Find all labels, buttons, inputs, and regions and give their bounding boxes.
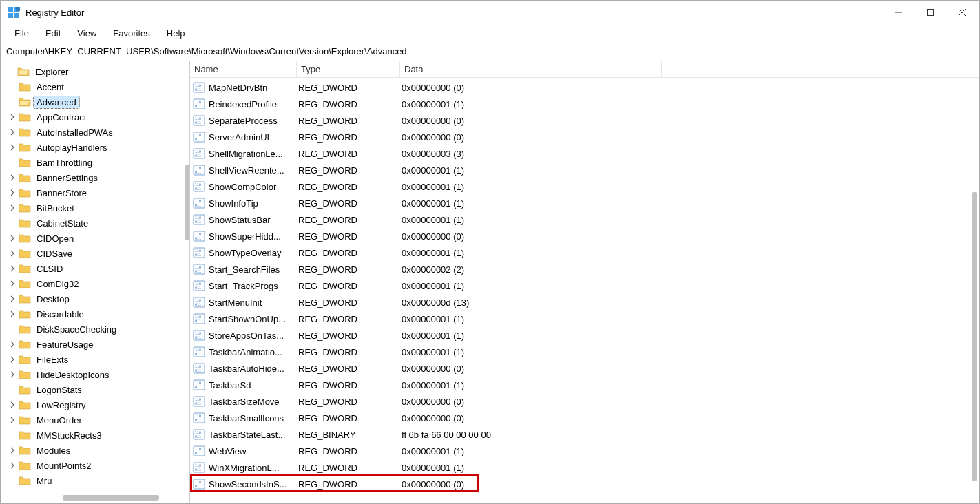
tree-item[interactable]: Modules [2,443,190,458]
list-row[interactable]: 110011TaskbarAnimatio...REG_DWORD0x00000… [190,344,979,360]
folder-icon [19,111,31,123]
list-row[interactable]: 110011ShowSuperHidd...REG_DWORD0x0000000… [190,228,979,244]
chevron-icon[interactable] [8,143,17,152]
header-type[interactable]: Type [297,61,400,77]
tree-item[interactable]: BannerSettings [2,170,190,185]
folder-open-icon [19,96,31,108]
maximize-button[interactable] [915,1,946,23]
list-row[interactable]: 110011StoreAppsOnTas...REG_DWORD0x000000… [190,327,979,344]
list-row[interactable]: 110011ShowStatusBarREG_DWORD0x00000001 (… [190,211,979,228]
tree-item[interactable]: LogonStats [2,382,190,397]
folder-icon [19,81,31,93]
list-row[interactable]: 110011MapNetDrvBtnREG_DWORD0x00000000 (0… [190,79,979,96]
address-bar[interactable]: Computer\HKEY_CURRENT_USER\Software\Micr… [1,43,979,61]
tree-panel[interactable]: › Explorer AccentAdvancedAppContractAuto… [1,61,190,503]
tree-item[interactable]: LowRegistry [2,397,190,412]
chevron-icon[interactable] [8,173,17,182]
chevron-icon[interactable] [8,188,17,198]
list-row[interactable]: 110011Start_TrackProgsREG_DWORD0x0000000… [190,277,979,294]
cell-type: REG_DWORD [297,99,400,109]
list-row[interactable]: 110011ShellMigrationLe...REG_DWORD0x0000… [190,145,979,162]
list-row[interactable]: 110011ShowTypeOverlayREG_DWORD0x00000001… [190,244,979,261]
list-row[interactable]: 110011TaskbarAutoHide...REG_DWORD0x00000… [190,360,979,377]
tree-item[interactable]: MenuOrder [2,412,190,428]
tree-label: AppContract [34,112,89,123]
chevron-icon[interactable] [8,461,17,470]
list-row[interactable]: 110011WebViewREG_DWORD0x00000001 (1) [190,443,979,459]
tree-label: Modules [34,445,73,456]
tree-scrollbar-horizontal[interactable] [63,495,159,501]
tree-item[interactable]: BannerStore [2,185,190,200]
tree-item[interactable]: Advanced [2,94,190,109]
tree-item[interactable]: CLSID [2,261,190,276]
close-button[interactable] [946,1,978,23]
tree-scrollbar-vertical[interactable] [185,165,189,240]
list-row[interactable]: 110011ReindexedProfileREG_DWORD0x0000000… [190,96,979,112]
tree-item[interactable]: Mru [2,473,190,488]
chevron-icon[interactable] [8,203,17,213]
list-row[interactable]: 110011ShowInfoTipREG_DWORD0x00000001 (1) [190,195,979,211]
chevron-icon[interactable] [8,355,17,364]
value-icon: 110011 [193,98,205,110]
tree-item[interactable]: FileExts [2,352,190,367]
list-row[interactable]: 110011ShellViewReente...REG_DWORD0x00000… [190,162,979,178]
chevron-icon[interactable] [8,445,17,455]
list-row[interactable]: 110011Start_SearchFilesREG_DWORD0x000000… [190,261,979,277]
cell-name: 110011ShowCompColor [190,180,297,193]
menu-view[interactable]: View [70,26,103,41]
list-row[interactable]: 110011WinXMigrationL...REG_DWORD0x000000… [190,459,979,476]
tree-item[interactable]: BitBucket [2,200,190,216]
list-row[interactable]: 110011StartShownOnUp...REG_DWORD0x000000… [190,311,979,327]
list-scrollbar-vertical[interactable] [972,192,977,481]
list-row[interactable]: 110011TaskbarStateLast...REG_BINARYff 6b… [190,426,979,443]
tree-item[interactable]: BamThrottling [2,155,190,170]
chevron-icon[interactable] [8,415,17,425]
tree-item[interactable]: CabinetState [2,216,190,231]
list-row[interactable]: 110011ServerAdminUIREG_DWORD0x00000000 (… [190,129,979,145]
list-row[interactable]: 110011ShowCompColorREG_DWORD0x00000001 (… [190,178,979,195]
chevron-icon[interactable] [8,370,17,379]
header-data[interactable]: Data [400,61,662,77]
chevron-icon[interactable] [8,309,17,319]
tree-item[interactable]: AutoInstalledPWAs [2,125,190,140]
tree-item[interactable]: CIDOpen [2,231,190,246]
tree-item[interactable]: AutoplayHandlers [2,140,190,155]
tree-item[interactable]: FeatureUsage [2,337,190,352]
tree-item[interactable]: Desktop [2,291,190,306]
tree-item[interactable]: Discardable [2,306,190,322]
minimize-button[interactable] [883,1,915,23]
menu-file[interactable]: File [8,26,36,41]
tree-item[interactable]: CIDSave [2,246,190,261]
list-panel[interactable]: Name Type Data 110011MapNetDrvBtnREG_DWO… [190,61,979,503]
chevron-icon[interactable] [8,112,17,122]
menu-edit[interactable]: Edit [39,26,67,41]
chevron-icon[interactable] [8,249,17,258]
tree-item[interactable]: ComDlg32 [2,276,190,291]
list-row[interactable]: 110011StartMenuInitREG_DWORD0x0000000d (… [190,294,979,311]
list-row[interactable]: 110011SeparateProcessREG_DWORD0x00000000… [190,112,979,129]
tree-root[interactable]: › Explorer [2,64,190,79]
menu-favorites[interactable]: Favorites [106,26,156,41]
svg-text:011: 011 [195,286,201,290]
chevron-icon[interactable] [8,127,17,137]
tree-item[interactable]: Accent [2,79,190,94]
list-row[interactable]: 110011TaskbarSdREG_DWORD0x00000001 (1) [190,377,979,393]
tree-item[interactable]: HideDesktopIcons [2,367,190,382]
header-name[interactable]: Name [190,61,297,77]
list-row[interactable]: 110011TaskbarSizeMoveREG_DWORD0x00000000… [190,393,979,410]
tree-item[interactable]: DiskSpaceChecking [2,322,190,337]
chevron-icon[interactable] [8,400,17,410]
chevron-icon[interactable] [8,233,17,243]
value-icon: 110011 [193,478,205,490]
tree-item[interactable]: MMStuckRects3 [2,428,190,443]
chevron-icon[interactable] [8,339,17,349]
tree-item[interactable]: AppContract [2,109,190,125]
list-row[interactable]: 110011ShowSecondsInS...REG_DWORD0x000000… [190,476,979,492]
chevron-icon[interactable] [8,279,17,288]
chevron-icon[interactable] [8,264,17,273]
chevron-icon[interactable] [8,294,17,304]
menu-help[interactable]: Help [160,26,192,41]
list-row[interactable]: 110011TaskbarSmallIconsREG_DWORD0x000000… [190,410,979,426]
cell-type: REG_DWORD [297,297,400,308]
tree-item[interactable]: MountPoints2 [2,458,190,473]
